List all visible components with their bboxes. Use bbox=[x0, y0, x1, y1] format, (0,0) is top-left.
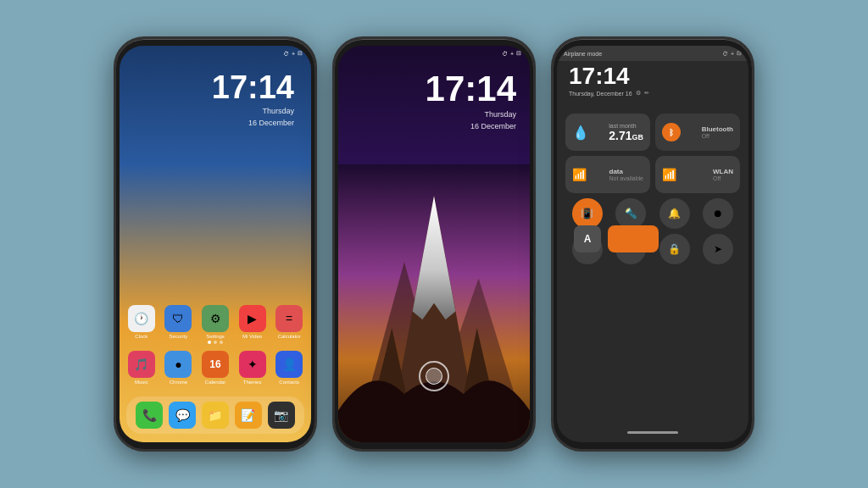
data-tile-info: last month 2.71GB bbox=[609, 123, 643, 142]
app-security[interactable]: 🛡 Security bbox=[164, 305, 194, 339]
alarm-icon-2: ⏱ bbox=[502, 51, 508, 57]
calendar-label: Calendar bbox=[205, 380, 225, 385]
dock-camera[interactable]: 📷 bbox=[266, 402, 297, 429]
app-contacts[interactable]: 👤 Contacts bbox=[274, 351, 304, 385]
screen-record-button[interactable]: ⏺ bbox=[703, 198, 733, 229]
mivideo-label: Mi Video bbox=[242, 334, 262, 339]
power-button-3[interactable] bbox=[753, 124, 754, 158]
clock-day-1: Thursday bbox=[212, 107, 294, 115]
vol-up-button[interactable] bbox=[114, 132, 115, 158]
security-label: Security bbox=[170, 334, 188, 339]
app-themes[interactable]: ✦ Themes bbox=[237, 351, 268, 385]
vibrate-icon: 📳 bbox=[581, 208, 593, 219]
app-row-2: 🎵 Music ● Chrome 16 Calendar ✦ Themes bbox=[126, 351, 304, 385]
dot-3 bbox=[220, 341, 223, 344]
bt-info: Bluetooth Off bbox=[702, 125, 733, 139]
vol-down-button[interactable] bbox=[114, 162, 115, 187]
bell-button[interactable]: 🔔 bbox=[659, 198, 690, 229]
vol-up-button-2[interactable] bbox=[332, 132, 334, 158]
app-settings[interactable]: ⚙ Settings bbox=[200, 305, 231, 339]
control-row-2: 📶 data Not available 📶 WLAN Off bbox=[565, 156, 740, 193]
dock-phone[interactable]: 📞 bbox=[134, 402, 164, 429]
phone-icon: 📞 bbox=[136, 402, 163, 429]
app-calendar[interactable]: 16 Calendar bbox=[200, 351, 231, 385]
pencil-icon[interactable]: ✏ bbox=[644, 90, 649, 97]
bluetooth-icon: ᛒ bbox=[662, 123, 681, 141]
phone3-clock: 17:14 Thursday, December 16 ⚙ ✏ bbox=[569, 64, 649, 97]
settings-label: Settings bbox=[206, 334, 225, 339]
alarm-icon-3: ⏱ bbox=[722, 51, 728, 57]
phone2-clock: 17:14 Thursday 16 December bbox=[426, 71, 516, 130]
music-icon: 🎵 bbox=[128, 351, 155, 378]
status-icons-1: ⏱ + ⊟ bbox=[283, 50, 303, 57]
contacts-label: Contacts bbox=[279, 380, 299, 385]
data-value: 2.71GB bbox=[609, 129, 643, 142]
phone1-clock: 17:14 Thursday 16 December bbox=[212, 71, 294, 127]
app-chrome[interactable]: ● Chrome bbox=[164, 351, 194, 385]
bluetooth-tile[interactable]: ᛒ Bluetooth Off bbox=[655, 114, 740, 151]
app-mivideo[interactable]: ▶ Mi Video bbox=[237, 305, 268, 339]
dock-notes[interactable]: 📝 bbox=[233, 402, 264, 429]
music-label: Music bbox=[135, 380, 148, 385]
themes-icon: ✦ bbox=[239, 351, 266, 378]
notes-icon: 📝 bbox=[235, 402, 262, 429]
data-avail-sub: Not available bbox=[609, 175, 643, 181]
phone3-screen: Airplane mode ⏱ + ⊟ 17:14 Thursday, Dece… bbox=[557, 46, 748, 442]
signal-bars-icon: 📶 bbox=[572, 168, 587, 181]
power-button[interactable] bbox=[315, 124, 317, 158]
bt-sub: Off bbox=[702, 133, 733, 139]
data-label: last month bbox=[609, 123, 643, 129]
power-button-2[interactable] bbox=[534, 124, 536, 158]
phone-1: ⏱ + ⊟ 17:14 Thursday 16 December 🕐 Clock bbox=[114, 36, 317, 452]
edit-icon[interactable]: ⚙ bbox=[636, 90, 641, 97]
chrome-label: Chrome bbox=[170, 380, 187, 385]
dock: 📞 💬 📁 📝 📷 bbox=[126, 396, 304, 434]
wlan-tile[interactable]: 📶 WLAN Off bbox=[655, 156, 740, 193]
app-clock[interactable]: 🕐 Clock bbox=[126, 305, 157, 339]
phone2-background: ⏱ + ⊟ bbox=[338, 46, 530, 442]
app-row-1: 🕐 Clock 🛡 Security ⚙ Settings ▶ Mi Video bbox=[126, 305, 304, 339]
settings-icon: ⚙ bbox=[202, 305, 229, 332]
dot-2 bbox=[214, 341, 217, 344]
signal-icon-2: + bbox=[510, 51, 514, 57]
chrome-icon: ● bbox=[164, 351, 192, 378]
mountain-image bbox=[338, 164, 530, 442]
alarm-icon: ⏱ bbox=[283, 51, 289, 57]
signal-icon-3: + bbox=[731, 51, 734, 57]
wlan-sub: Off bbox=[713, 175, 733, 181]
phone3-background: Airplane mode ⏱ + ⊟ 17:14 Thursday, Dece… bbox=[557, 46, 748, 442]
data-usage-tile[interactable]: 💧 last month 2.71GB bbox=[565, 114, 650, 151]
vol-up-button-3[interactable] bbox=[551, 132, 553, 158]
security-icon: 🛡 bbox=[164, 305, 192, 332]
battery-icon-2: ⊟ bbox=[516, 50, 521, 57]
fingerprint-sensor[interactable] bbox=[419, 361, 449, 391]
flashlight-button[interactable]: 🔦 bbox=[615, 198, 646, 229]
phone2-screen: ⏱ + ⊟ bbox=[338, 46, 530, 442]
screen-record-icon: ⏺ bbox=[713, 208, 723, 219]
vibrate-button[interactable]: 📳 bbox=[572, 198, 603, 229]
wifi-icon: 📶 bbox=[662, 168, 676, 181]
status-icons-3: ⏱ + ⊟ bbox=[722, 50, 742, 57]
clock-day-2: Thursday bbox=[426, 110, 516, 119]
app-music[interactable]: 🎵 Music bbox=[126, 351, 157, 385]
page-dots bbox=[208, 341, 223, 344]
clock-time-3: 17:14 bbox=[569, 64, 649, 88]
app-calc[interactable]: = Calculator bbox=[274, 305, 304, 339]
calendar-icon: 16 bbox=[202, 351, 229, 378]
home-indicator bbox=[627, 431, 678, 434]
files-icon: 📁 bbox=[202, 402, 229, 429]
dock-messages[interactable]: 💬 bbox=[167, 402, 198, 429]
orange-widget[interactable] bbox=[608, 225, 659, 252]
clock-icon: 🕐 bbox=[128, 305, 155, 332]
phone-2: ⏱ + ⊟ bbox=[332, 36, 536, 452]
dock-files[interactable]: 📁 bbox=[200, 402, 231, 429]
control-center-grid: 💧 last month 2.71GB ᛒ Bluetooth Off bbox=[565, 114, 740, 269]
mobile-data-tile[interactable]: 📶 data Not available bbox=[565, 156, 650, 193]
vol-down-button-2[interactable] bbox=[332, 162, 334, 187]
a-button[interactable]: A bbox=[574, 225, 601, 252]
vol-down-button-3[interactable] bbox=[551, 162, 553, 187]
phone1-screen: ⏱ + ⊟ 17:14 Thursday 16 December 🕐 Clock bbox=[120, 46, 311, 442]
battery-icon: ⊟ bbox=[298, 50, 303, 57]
camera-icon: 📷 bbox=[268, 402, 295, 429]
clock-date-2: 16 December bbox=[426, 122, 516, 130]
